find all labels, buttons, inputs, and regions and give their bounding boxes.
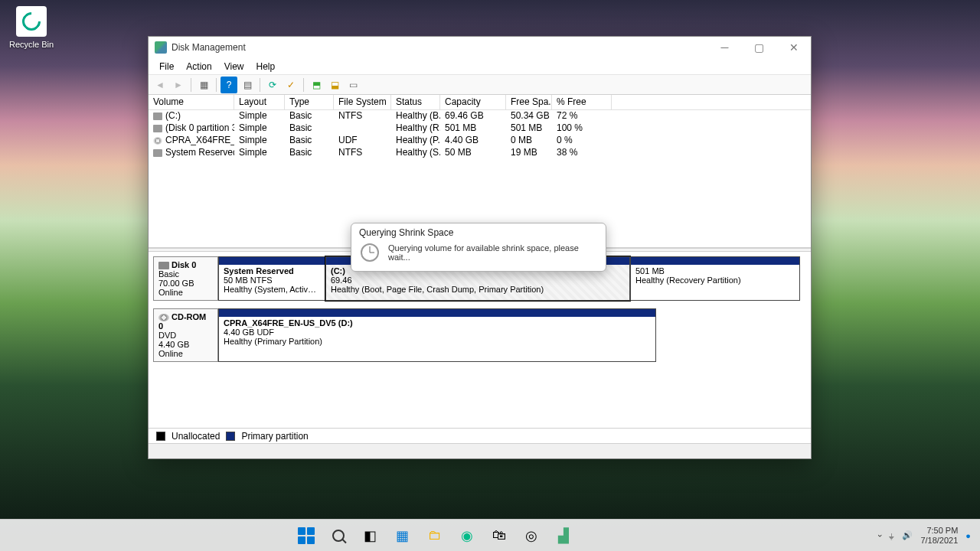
col-free[interactable]: Free Spa... (506, 95, 552, 109)
menubar: File Action View Help (149, 58, 811, 75)
view-icon[interactable]: ▤ (239, 77, 256, 93)
dialog-message: Querying volume for available shrink spa… (388, 243, 596, 262)
file-explorer-button[interactable]: 🗀 (421, 522, 449, 549)
menu-help[interactable]: Help (250, 59, 282, 74)
taskbar: ◧ ▦ 🗀 ◉ 🛍 ◎ ▟ › ⏚ 🔊 7:50 PM 7/18/2021 ● (0, 519, 980, 551)
col-type[interactable]: Type (285, 95, 334, 109)
col-filesystem[interactable]: File System (334, 95, 391, 109)
table-row[interactable]: CPRA_X64FRE_EN-...SimpleBasicUDFHealthy … (149, 135, 811, 147)
taskbar-search-button[interactable] (325, 522, 352, 549)
col-pctfree[interactable]: % Free (552, 95, 612, 109)
taskbar-date: 7/18/2021 (920, 536, 958, 545)
store-button[interactable]: 🛍 (485, 522, 513, 549)
col-volume[interactable]: Volume (149, 95, 234, 109)
show-hide-console-tree-icon[interactable]: ▦ (195, 77, 212, 93)
edge-button[interactable]: ◉ (453, 522, 481, 549)
toolbar: ◄ ► ▦ ? ▤ ⟳ ✓ ⬒ ⬓ ▭ (149, 75, 811, 95)
disk-graphical-view: Disk 0Basic70.00 GBOnlineSystem Reserved… (149, 252, 811, 428)
recycle-bin-label: Recycle Bin (5, 40, 58, 49)
legend: Unallocated Primary partition (149, 428, 811, 443)
menu-file[interactable]: File (153, 59, 180, 74)
legend-unallocated-swatch (156, 432, 165, 441)
refresh-icon[interactable]: ⟳ (264, 77, 281, 93)
table-row[interactable]: (C:)SimpleBasicNTFSHealthy (B...69.46 GB… (149, 110, 811, 122)
titlebar[interactable]: Disk Management ─ ▢ ✕ (149, 37, 811, 58)
back-button: ◄ (152, 77, 168, 93)
statusbar (149, 443, 811, 458)
partition[interactable]: System Reserved50 MB NTFSHealthy (System… (218, 256, 325, 301)
tray-overflow-icon[interactable]: › (876, 534, 885, 537)
table-row[interactable]: System ReservedSimpleBasicNTFSHealthy (S… (149, 147, 811, 159)
minimize-button[interactable]: ─ (707, 37, 742, 58)
app-icon (155, 41, 167, 54)
detach-vhd-icon[interactable]: ⬓ (326, 77, 343, 93)
legend-unallocated-label: Unallocated (172, 431, 220, 442)
table-row[interactable]: (Disk 0 partition 3)SimpleBasicHealthy (… (149, 122, 811, 135)
disk-management-taskbar-button[interactable]: ▟ (550, 522, 577, 549)
task-view-button[interactable]: ◧ (357, 522, 384, 549)
chrome-button[interactable]: ◎ (518, 522, 545, 549)
col-capacity[interactable]: Capacity (440, 95, 506, 109)
disk-label[interactable]: CD-ROM 0DVD4.40 GBOnline (153, 308, 218, 362)
legend-primary-swatch (226, 432, 235, 441)
querying-shrink-space-dialog: Querying Shrink Space Querying volume fo… (351, 223, 606, 272)
partition[interactable]: 501 MBHealthy (Recovery Partition) (630, 256, 800, 301)
menu-action[interactable]: Action (180, 59, 217, 74)
col-layout[interactable]: Layout (234, 95, 285, 109)
clock-icon (361, 243, 379, 262)
disk-label[interactable]: Disk 0Basic70.00 GBOnline (153, 256, 218, 301)
close-button[interactable]: ✕ (776, 37, 811, 58)
start-button[interactable] (292, 522, 320, 549)
window-title: Disk Management (172, 42, 707, 53)
col-status[interactable]: Status (391, 95, 440, 109)
taskbar-clock[interactable]: 7:50 PM 7/18/2021 (920, 526, 958, 544)
dialog-title: Querying Shrink Space (351, 223, 606, 242)
disk-row: CD-ROM 0DVD4.40 GBOnlineCPRA_X64FRE_EN-U… (153, 308, 806, 362)
legend-primary-label: Primary partition (241, 431, 308, 442)
recycle-bin-icon[interactable]: Recycle Bin (5, 6, 58, 49)
system-tray[interactable]: › ⏚ 🔊 7:50 PM 7/18/2021 ● (870, 526, 980, 544)
menu-view[interactable]: View (218, 59, 250, 74)
network-icon[interactable]: ⏚ (889, 531, 894, 540)
widgets-button[interactable]: ▦ (389, 522, 416, 549)
rescan-icon[interactable]: ✓ (283, 77, 299, 93)
properties-icon[interactable]: ▭ (345, 77, 361, 93)
taskbar-time: 7:50 PM (920, 526, 958, 535)
attach-vhd-icon[interactable]: ⬒ (308, 77, 325, 93)
volume-icon[interactable]: 🔊 (902, 530, 913, 540)
help-icon[interactable]: ? (220, 77, 237, 93)
forward-button: ► (170, 77, 187, 93)
maximize-button[interactable]: ▢ (742, 37, 776, 58)
partition[interactable]: CPRA_X64FRE_EN-US_DV5 (D:)4.40 GB UDFHea… (218, 308, 656, 362)
notifications-icon[interactable]: ● (965, 531, 971, 540)
